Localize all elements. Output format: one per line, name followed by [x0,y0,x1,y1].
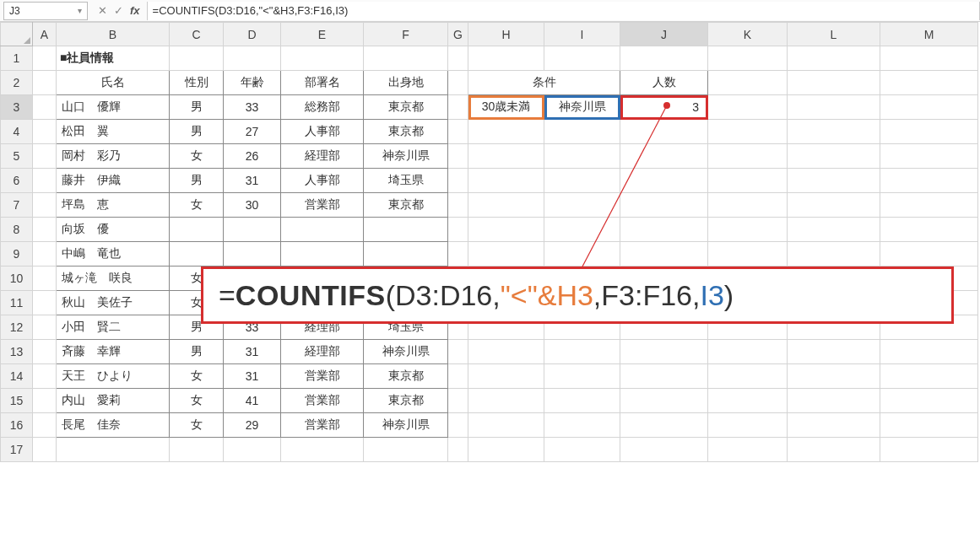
confirm-icon[interactable]: ✓ [114,4,123,17]
row-5: 5岡村 彩乃女26経理部神奈川県 [1,144,978,169]
cell-F3[interactable]: 東京都 [364,95,448,120]
col-header-row: A B C D E F G H I J K L M [1,23,978,46]
row-6: 6藤井 伊織男31人事部埼玉県 [1,169,978,193]
cell-L3[interactable] [788,95,880,120]
cell-J3[interactable]: 3 [620,95,708,120]
row-1: 1 ■社員情報 [1,46,978,71]
col-K[interactable]: K [708,23,788,46]
callout-c2: , [593,279,601,312]
row-3: 3 山口 優輝 男 33 総務部 東京都 30歳未満 神奈川県 3 [1,95,978,120]
rowhdr-2[interactable]: 2 [1,71,33,95]
row-2: 2 氏名 性別 年齢 部署名 出身地 条件 人数 [1,71,978,95]
cell-M3[interactable] [880,95,978,120]
col-C[interactable]: C [170,23,224,46]
col-A[interactable]: A [33,23,57,46]
fx-icon[interactable]: fx [130,4,140,17]
cell-G3[interactable] [448,95,468,120]
cell-F1[interactable] [364,46,448,71]
cell-G1[interactable] [448,46,468,71]
callout-c1: , [492,279,500,312]
col-B[interactable]: B [57,23,170,46]
cell-F2[interactable]: 出身地 [364,71,448,95]
row-17: 17 [1,438,978,462]
cancel-icon[interactable]: ✕ [98,4,107,17]
cell-A1[interactable] [33,46,57,71]
callout-rng1: D3:D16 [395,279,492,312]
callout-i3: I3 [700,279,723,312]
col-I[interactable]: I [544,23,620,46]
cell-M2[interactable] [880,71,978,95]
row-7: 7坪島 恵女30営業部東京都 [1,193,978,218]
cell-M1[interactable] [880,46,978,71]
row-8: 8向坂 優 [1,218,978,242]
cell-H2I2[interactable]: 条件 [468,71,620,95]
col-L[interactable]: L [788,23,880,46]
col-D[interactable]: D [224,23,281,46]
col-M[interactable]: M [880,23,978,46]
callout-crit: "<"& [501,279,557,312]
row-14: 14天王 ひより女31営業部東京都 [1,364,978,389]
col-J[interactable]: J [620,23,708,46]
cell-C2[interactable]: 性別 [170,71,224,95]
callout-open: ( [386,279,395,312]
cell-K2[interactable] [708,71,788,95]
cell-J1[interactable] [620,46,708,71]
row-13: 13斉藤 幸輝男31経理部神奈川県 [1,340,978,364]
col-F[interactable]: F [364,23,448,46]
formula-callout: = COUNTIFS ( D3:D16 , "<"& H3 , F3:F16 ,… [201,266,954,324]
cell-I3[interactable]: 神奈川県 [544,95,620,120]
cell-E3[interactable]: 総務部 [281,95,364,120]
cell-G2[interactable] [448,71,468,95]
rowhdr-3[interactable]: 3 [1,95,33,120]
cell-B1[interactable]: ■社員情報 [57,46,170,71]
row-15: 15内山 愛莉女41営業部東京都 [1,389,978,413]
select-all-corner[interactable] [1,23,33,46]
cell-D3[interactable]: 33 [224,95,281,120]
cell-K3[interactable] [708,95,788,120]
row-4: 4松田 翼男27人事部東京都 [1,120,978,144]
callout-rng2: F3:F16 [601,279,692,312]
col-G[interactable]: G [448,23,468,46]
cell-C3[interactable]: 男 [170,95,224,120]
cell-B3[interactable]: 山口 優輝 [57,95,170,120]
callout-fn: COUNTIFS [236,279,386,312]
cell-B2[interactable]: 氏名 [57,71,170,95]
cell-A3[interactable] [33,95,57,120]
formula-text: =COUNTIFS(D3:D16,"<"&H3,F3:F16,I3) [153,4,349,17]
callout-c3: , [692,279,700,312]
cell-I1[interactable] [544,46,620,71]
col-E[interactable]: E [281,23,364,46]
cell-A2[interactable] [33,71,57,95]
formula-input[interactable]: =COUNTIFS(D3:D16,"<"&H3,F3:F16,I3) [147,2,980,20]
formula-bar: J3 ▾ ✕ ✓ fx =COUNTIFS(D3:D16,"<"&H3,F3:F… [0,0,980,22]
row-9: 9中嶋 竜也 [1,242,978,266]
cell-J2[interactable]: 人数 [620,71,708,95]
cell-E1[interactable] [281,46,364,71]
cell-D2[interactable]: 年齢 [224,71,281,95]
formula-bar-icons: ✕ ✓ fx [91,4,147,17]
cell-L2[interactable] [788,71,880,95]
spreadsheet-grid: A B C D E F G H I J K L M 1 ■社員情報 2 氏名 性… [0,22,980,462]
name-box[interactable]: J3 ▾ [3,2,88,20]
cell-H1[interactable] [468,46,544,71]
name-box-value: J3 [9,5,20,17]
cell-H3[interactable]: 30歳未満 [468,95,544,120]
cell-E2[interactable]: 部署名 [281,71,364,95]
cell-D1[interactable] [224,46,281,71]
cell-C1[interactable] [170,46,224,71]
callout-eq: = [219,279,236,312]
col-H[interactable]: H [468,23,544,46]
cell-L1[interactable] [788,46,880,71]
rowhdr-1[interactable]: 1 [1,46,33,71]
callout-close: ) [724,279,734,312]
callout-h3: H3 [556,279,593,312]
row-16: 16長尾 佳奈女29営業部神奈川県 [1,413,978,438]
name-box-dropdown-icon[interactable]: ▾ [78,6,82,15]
cell-K1[interactable] [708,46,788,71]
sheet-table[interactable]: A B C D E F G H I J K L M 1 ■社員情報 2 氏名 性… [0,22,978,462]
